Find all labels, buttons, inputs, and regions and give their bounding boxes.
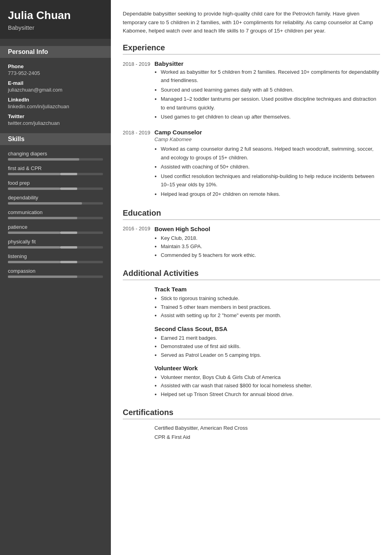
skill-name: food prep <box>8 180 103 186</box>
education-section: Education 2016 - 2019Bowen High SchoolKe… <box>123 209 380 259</box>
activity-spacer <box>123 365 154 398</box>
exp-bullets: Worked as babysitter for 5 children from… <box>154 68 380 121</box>
activity-bullet: Assisted with car wash that raised $800 … <box>161 381 380 390</box>
skill-item: physically fit <box>8 239 103 249</box>
activity-bullets: Stick to rigorous training schedule.Trai… <box>154 294 380 320</box>
education-row: 2016 - 2019Bowen High SchoolKey Club, 20… <box>123 226 380 259</box>
candidate-title: Babysitter <box>8 24 103 31</box>
personal-info-heading: Personal Info <box>0 46 111 58</box>
skill-name: communication <box>8 209 103 215</box>
skill-name: listening <box>8 253 103 259</box>
certifications-heading: Certifications <box>123 408 380 419</box>
experience-row: 2018 - 2019BabysitterWorked as babysitte… <box>123 60 380 122</box>
skill-item: compassion <box>8 268 103 278</box>
exp-bullet: Managed 1–2 toddler tantrums per session… <box>161 95 380 112</box>
exp-bullet: Helped lead groups of 20+ children on re… <box>161 190 380 198</box>
skill-bar <box>8 232 103 234</box>
exp-job-title: Babysitter <box>154 60 380 67</box>
exp-job-title: Camp Counselor <box>154 129 380 136</box>
activity-spacer <box>123 325 154 359</box>
skill-bar-fill <box>8 232 60 234</box>
edu-bullet: Maintain 3.5 GPA. <box>161 242 380 251</box>
skill-item: dependability <box>8 195 103 205</box>
email-label: E-mail <box>8 80 103 86</box>
skills-section: Skills changing diapersfirst aid & CPRfo… <box>0 133 111 278</box>
exp-bullet: Sourced and used learning games daily wi… <box>161 86 380 94</box>
skill-bar <box>8 276 103 278</box>
exp-content: BabysitterWorked as babysitter for 5 chi… <box>154 60 380 122</box>
exp-content: Camp CounselorCamp KabomeeWorked as camp… <box>154 129 380 199</box>
exp-bullet: Used games to get children to clean up a… <box>161 113 380 121</box>
experience-section: Experience 2018 - 2019BabysitterWorked a… <box>123 43 380 199</box>
skill-name: patience <box>8 224 103 230</box>
activity-title: Second Class Scout, BSA <box>154 325 380 332</box>
exp-bullets: Worked as camp counselor during 2 full s… <box>154 145 380 198</box>
edu-bullet: Key Club, 2018. <box>161 234 380 242</box>
activity-row: Track TeamStick to rigorous training sch… <box>123 286 380 320</box>
skill-bar-fill <box>8 158 79 161</box>
activity-row: Second Class Scout, BSAEarned 21 merit b… <box>123 325 380 359</box>
certifications-list: Certified Babysitter, American Red Cross… <box>123 425 380 440</box>
skill-bar <box>8 261 103 263</box>
skill-bar-fill <box>8 246 60 249</box>
skill-name: dependability <box>8 195 103 201</box>
skill-bar-fill <box>8 217 77 219</box>
activity-content: Second Class Scout, BSAEarned 21 merit b… <box>154 325 380 359</box>
summary-text: Dependable babysitter seeking to provide… <box>123 10 380 35</box>
education-heading: Education <box>123 209 380 220</box>
exp-bullet: Worked as babysitter for 5 children from… <box>161 68 380 85</box>
skill-name: changing diapers <box>8 151 103 157</box>
skill-name: physically fit <box>8 239 103 245</box>
skill-bar-fill <box>8 276 77 278</box>
email-value: juliazchuan@gmail.com <box>8 87 103 93</box>
skills-list: changing diapersfirst aid & CPRfood prep… <box>8 151 103 278</box>
skill-bar-dot <box>60 188 77 190</box>
activities-heading: Additional Activities <box>123 269 380 280</box>
phone-value: 773-952-2405 <box>8 70 103 76</box>
experience-heading: Experience <box>123 43 380 55</box>
skill-item: changing diapers <box>8 151 103 161</box>
edu-bullets: Key Club, 2018.Maintain 3.5 GPA.Commende… <box>154 234 380 259</box>
skill-bar-fill <box>8 202 82 205</box>
skill-bar-dot <box>60 261 77 263</box>
skill-bar <box>8 217 103 219</box>
exp-date: 2018 - 2019 <box>123 129 154 199</box>
skill-bar <box>8 173 103 175</box>
activity-content: Track TeamStick to rigorous training sch… <box>154 286 380 320</box>
skills-heading: Skills <box>0 133 111 145</box>
experience-row: 2018 - 2019Camp CounselorCamp KabomeeWor… <box>123 129 380 199</box>
edu-date: 2016 - 2019 <box>123 226 154 259</box>
main-content: Dependable babysitter seeking to provide… <box>111 0 392 555</box>
skill-item: food prep <box>8 180 103 190</box>
personal-info-section: Personal Info Phone 773-952-2405 E-mail … <box>0 46 111 126</box>
activity-row: Volunteer WorkVolunteer mentor, Boys Clu… <box>123 365 380 398</box>
activity-title: Volunteer Work <box>154 365 380 371</box>
skill-name: first aid & CPR <box>8 165 103 171</box>
skill-item: listening <box>8 253 103 263</box>
experience-list: 2018 - 2019BabysitterWorked as babysitte… <box>123 60 380 199</box>
education-list: 2016 - 2019Bowen High SchoolKey Club, 20… <box>123 226 380 259</box>
skill-bar-dot <box>60 173 77 175</box>
linkedin-value: linkedin.com/in/juliazchuan <box>8 103 103 109</box>
skill-item: communication <box>8 209 103 219</box>
certifications-section: Certifications Certified Babysitter, Ame… <box>123 408 380 440</box>
exp-date: 2018 - 2019 <box>123 60 154 122</box>
skill-bar <box>8 158 103 161</box>
skill-bar <box>8 246 103 249</box>
skill-bar-dot <box>60 232 77 234</box>
skill-bar-fill <box>8 261 60 263</box>
sidebar-header: Julia Chuan Babysitter <box>0 0 111 39</box>
skill-bar-fill <box>8 188 60 190</box>
edu-school: Bowen High School <box>154 226 380 232</box>
activity-spacer <box>123 286 154 320</box>
cert-text: Certified Babysitter, American Red Cross <box>154 425 248 431</box>
exp-bullet: Worked as camp counselor during 2 full s… <box>161 145 380 162</box>
twitter-label: Twitter <box>8 113 103 119</box>
activity-title: Track Team <box>154 286 380 293</box>
activity-bullet: Assist with setting up for 2 "home" even… <box>161 311 380 320</box>
exp-bullet: Used conflict resolution techniques and … <box>161 172 380 189</box>
skill-bar-fill <box>8 173 60 175</box>
activity-bullets: Volunteer mentor, Boys Club & Girls Club… <box>154 373 380 398</box>
activity-bullet: Volunteer mentor, Boys Club & Girls Club… <box>161 373 380 381</box>
skill-bar <box>8 188 103 190</box>
